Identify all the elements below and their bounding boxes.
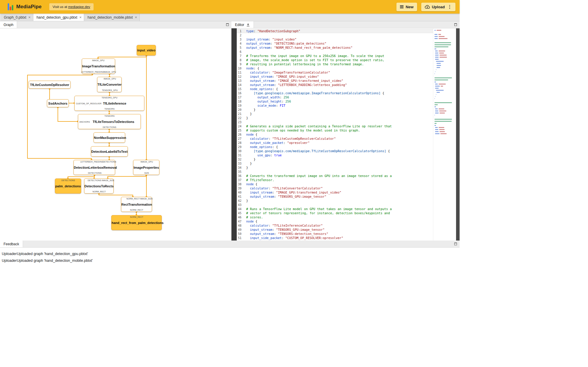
- line-number: 5: [237, 46, 246, 49]
- code-line[interactable]: 25# supports custom ops needed by the mo…: [237, 128, 433, 132]
- graph-node-DetectionsToRects[interactable]: DETECTIONSIMAGE_SIZENORM_RECTDetectionsT…: [84, 178, 114, 194]
- code-line[interactable]: 38node {: [237, 182, 433, 186]
- code-line[interactable]: 20 }: [237, 108, 433, 112]
- graph-node-TfLiteConverter[interactable]: IMAGE_GPUTENSORS_GPUTfLiteConverter: [97, 77, 122, 92]
- graph-node-TfLiteTensorsToDetections[interactable]: TENSORSDETECTIONSANCHORSTfLiteTensorsToD…: [78, 114, 141, 129]
- expand-graph-panel-icon[interactable]: [226, 23, 229, 26]
- minimap-line: [435, 113, 445, 113]
- file-tab[interactable]: hand_detection_mobile.pbtxt×: [84, 14, 140, 21]
- code-text: node_options: {: [246, 87, 278, 91]
- port-label: IMAGE_GPU: [104, 71, 116, 73]
- code-lines[interactable]: 1type: "HandDetectionSubgraph"23input_st…: [237, 28, 433, 241]
- tab-close-icon[interactable]: ×: [79, 15, 82, 19]
- download-icon[interactable]: [246, 23, 250, 27]
- code-line[interactable]: 46# scores.: [237, 215, 433, 219]
- code-line[interactable]: 8# image, the scale_mode option is set t…: [237, 58, 433, 62]
- editor-scrollbar[interactable]: [456, 28, 460, 241]
- code-line[interactable]: 37# TfLiteTensor.: [237, 178, 433, 182]
- graph-node-palm_detections[interactable]: DETECTIONSpalm_detections: [55, 178, 81, 194]
- tab-feedback[interactable]: Feedback: [0, 241, 23, 247]
- code-line[interactable]: 35: [237, 170, 433, 174]
- code-line[interactable]: 9# resulting in potential letterboxing i…: [237, 62, 433, 66]
- graph-canvas[interactable]: input_videoIMAGE_GPULETTERBOX_PADDINGIMA…: [0, 28, 231, 241]
- graph-node-DetectionLabelIdToText[interactable]: DetectionLabelIdToText: [91, 146, 128, 157]
- graph-node-SsdAnchors[interactable]: SsdAnchors: [47, 99, 69, 107]
- code-line[interactable]: 21 }: [237, 112, 433, 116]
- code-line[interactable]: 19 scale_mode: FIT: [237, 103, 433, 108]
- code-line[interactable]: 39 calculator: "TfLiteConverterCalculato…: [237, 186, 433, 190]
- graph-node-hand_rect_from_palm_detections[interactable]: NORM_RECThand_rect_from_palm_detections: [111, 215, 162, 230]
- code-line[interactable]: 26node {: [237, 132, 433, 137]
- code-line[interactable]: 2: [237, 33, 433, 37]
- upload-kebab-icon[interactable]: ⋮: [447, 4, 452, 9]
- code-line[interactable]: 24# Generates a single side packet conta…: [237, 124, 433, 128]
- code-line[interactable]: 14 output_stream: "LETTERBOX_PADDING:let…: [237, 83, 433, 87]
- graph-node-DetectionLetterboxRemoval[interactable]: LETTERBOX_PADDINGDETECTIONSDETECTIONSDet…: [74, 160, 115, 175]
- tab-close-icon[interactable]: ×: [28, 15, 31, 19]
- code-line[interactable]: 17 output_width: 256: [237, 95, 433, 99]
- graph-node-ImageTransformation[interactable]: IMAGE_GPULETTERBOX_PADDINGIMAGE_GPUImage…: [82, 59, 115, 74]
- code-line[interactable]: 36# Converts the transformed input image…: [237, 174, 433, 178]
- code-line[interactable]: 27 calculator: "TfLiteCustomOpResolverCa…: [237, 137, 433, 141]
- code-line[interactable]: 44# Runs a TensorFlow Lite model on GPU …: [237, 207, 433, 211]
- code-line[interactable]: 28 output_side_packet: "opresolver": [237, 141, 433, 145]
- code-line[interactable]: 11 calculator: "ImageTransformationCalcu…: [237, 70, 433, 74]
- graph-node-NonMaxSuppression[interactable]: NonMaxSuppression: [94, 132, 125, 143]
- upload-button[interactable]: Upload ⋮: [421, 3, 455, 11]
- code-line[interactable]: 18 output_height: 256: [237, 99, 433, 103]
- code-line[interactable]: 3input_stream: "input_video": [237, 37, 433, 41]
- code-line[interactable]: 10node: {: [237, 66, 433, 70]
- code-line[interactable]: 6: [237, 50, 433, 54]
- tab-graph[interactable]: Graph: [0, 21, 17, 28]
- code-text: node_options: {: [246, 145, 278, 149]
- code-line[interactable]: 42}: [237, 199, 433, 203]
- tab-editor[interactable]: Editor: [231, 21, 254, 28]
- code-line[interactable]: 30 [type.googleapis.com/mediapipe.TfLite…: [237, 149, 433, 153]
- code-line[interactable]: 22}: [237, 116, 433, 120]
- code-line[interactable]: 34}: [237, 165, 433, 170]
- file-tab[interactable]: Graph_0.pbtxt×: [1, 14, 33, 21]
- code-line[interactable]: 45# vector of tensors representing, for …: [237, 211, 433, 215]
- code-line[interactable]: 49 input_stream: "TENSORS_GPU:image_tens…: [237, 228, 433, 232]
- code-line[interactable]: 7# Transforms the input image on GPU to …: [237, 54, 433, 58]
- code-line[interactable]: 23: [237, 120, 433, 124]
- graph-node-TfLiteCustomOpResolver[interactable]: TfLiteCustomOpResolver: [29, 81, 71, 89]
- expand-editor-panel-icon[interactable]: [454, 23, 457, 26]
- code-line[interactable]: 40 input_stream: "IMAGE_GPU:transformed_…: [237, 190, 433, 194]
- code-line[interactable]: 50 output_stream: "TENSORS:detection_ten…: [237, 232, 433, 236]
- tab-close-icon[interactable]: ×: [135, 15, 137, 19]
- expand-feedback-panel-icon[interactable]: [454, 243, 457, 245]
- code-line[interactable]: 48 calculator: "TfLiteInferenceCalculato…: [237, 223, 433, 228]
- code-line[interactable]: 51 input_side_packet: "CUSTOM_OP_RESOLVE…: [237, 236, 433, 240]
- code-line[interactable]: 12 input_stream: "IMAGE_GPU:input_video": [237, 74, 433, 79]
- graph-node-TfLiteInference[interactable]: TENSORS_GPUTENSORSCUSTOM_OP_RESOLVERTfLi…: [74, 96, 144, 111]
- code-text: output_height: 256: [246, 100, 291, 103]
- file-tab-bar: Graph_0.pbtxt×hand_detection_gpu.pbtxt×h…: [0, 14, 460, 21]
- graph-node-ImageProperties[interactable]: IMAGE_GPUSIZEImageProperties: [133, 160, 159, 175]
- graph-node-input_video[interactable]: input_video: [137, 45, 156, 56]
- graph-node-RectTransformation[interactable]: NORM_RECTIMAGE_SIZENORM_RECTRectTransfor…: [121, 197, 152, 212]
- code-line[interactable]: 16 [type.googleapis.com/mediapipe.ImageT…: [237, 91, 433, 95]
- code-text: type: "HandDetectionSubgraph": [246, 29, 300, 33]
- code-line[interactable]: 29 node_options: {: [237, 145, 433, 149]
- code-line[interactable]: 43: [237, 203, 433, 207]
- mediapipe-dev-link[interactable]: mediapipe.dev: [68, 5, 90, 9]
- code-line[interactable]: 13 output_stream: "IMAGE_GPU:transformed…: [237, 79, 433, 83]
- code-line[interactable]: 4output_stream: "DETECTIONS:palm_detecti…: [237, 41, 433, 46]
- code-line[interactable]: 47node {: [237, 219, 433, 223]
- new-button[interactable]: New: [396, 3, 417, 11]
- code-line[interactable]: 15 node_options: {: [237, 87, 433, 91]
- code-line[interactable]: 31 use_gpu: true: [237, 153, 433, 157]
- minimap-line: [436, 61, 445, 62]
- minimap[interactable]: [433, 28, 456, 241]
- code-line[interactable]: 1type: "HandDetectionSubgraph": [237, 29, 433, 33]
- file-tab[interactable]: hand_detection_gpu.pbtxt×: [33, 14, 84, 21]
- minimap-line: [435, 34, 442, 35]
- port-label: LETTERBOX_PADDING: [80, 161, 103, 163]
- code-line[interactable]: 32 }: [237, 157, 433, 161]
- feedback-source: Uploader: [2, 252, 17, 256]
- code-line[interactable]: 41 output_stream: "TENSORS_GPU:image_ten…: [237, 194, 433, 199]
- code-line[interactable]: 5output_stream: "NORM_RECT:hand_rect_fro…: [237, 46, 433, 50]
- line-number: 37: [237, 178, 246, 182]
- code-line[interactable]: 33 }: [237, 161, 433, 165]
